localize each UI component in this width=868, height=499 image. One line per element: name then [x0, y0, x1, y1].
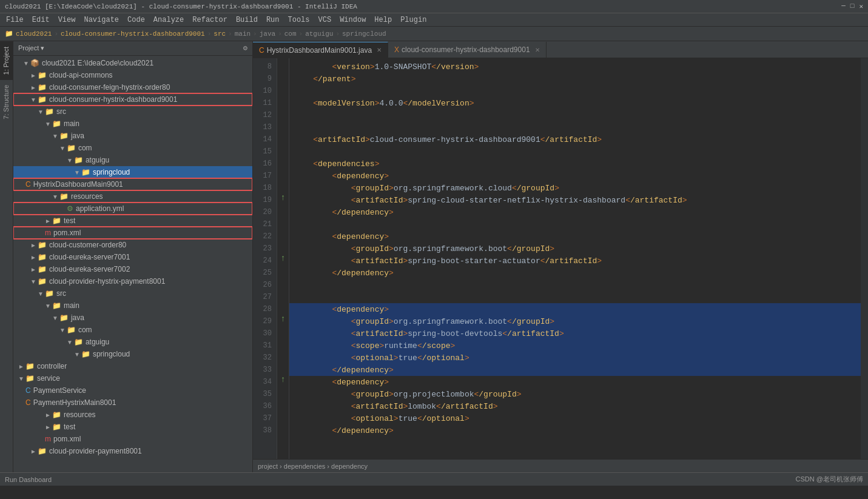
tree-item-main1[interactable]: ▼ 📁 main: [13, 118, 252, 130]
tree-item-pom1[interactable]: m pom.xml: [13, 227, 252, 239]
tree-item-PaymentHystrix[interactable]: C PaymentHystrixMain8001: [13, 397, 252, 409]
tree-item-controller2[interactable]: ► 📁 controller: [13, 360, 252, 372]
tree-item-payment8001[interactable]: ▼ 📁 cloud-provider-hystrix-payment8001: [13, 275, 252, 287]
code-content[interactable]: <version>1.0-SNAPSHOT</version> </parent…: [289, 58, 861, 459]
breadcrumb-item-java[interactable]: java: [260, 30, 275, 38]
tree-item-resources1[interactable]: ▼ 📁 resources: [13, 190, 252, 203]
file-icon: 📁: [74, 338, 83, 346]
line-number: 22: [253, 230, 277, 243]
breadcrumb-item-com[interactable]: com: [284, 30, 297, 38]
breadcrumb-item-atguigu[interactable]: atguigu: [305, 30, 333, 38]
tree-item-label: cloud2021 E:\IdeaCode\cloud2021: [42, 59, 153, 67]
code-editor[interactable]: 8910111213141516171819202122232425262728…: [253, 58, 868, 459]
run-dashboard-button[interactable]: Run Dashboard: [5, 476, 52, 483]
menu-item-help[interactable]: Help: [371, 15, 395, 25]
gutter-cell: [277, 95, 289, 107]
tree-item-label: cloud-provider-payment8001: [49, 447, 142, 455]
breadcrumb-item-cloud-consumer-hystrix-dashboard9001[interactable]: cloud-consumer-hystrix-dashboard9001: [61, 30, 205, 38]
file-icon: 📁: [67, 144, 76, 152]
bottom-bar: Run Dashboard CSDN @老司机张师傅: [0, 472, 868, 486]
menu-item-tools[interactable]: Tools: [284, 15, 314, 25]
settings-icon[interactable]: ⚙: [243, 44, 247, 53]
tree-item-label: pom.xml: [53, 435, 81, 443]
menu-item-refactor[interactable]: Refactor: [189, 15, 231, 25]
tab-close-icon[interactable]: ✕: [377, 47, 382, 53]
tree-item-src1[interactable]: ▼ 📁 src: [13, 105, 252, 118]
breadcrumb-sep: ›: [335, 30, 340, 38]
menu-item-edit[interactable]: Edit: [29, 15, 53, 25]
minimize-icon[interactable]: ─: [841, 2, 846, 10]
tab-1[interactable]: Xcloud-consumer-hystrix-dashboard9001✕: [388, 42, 546, 58]
tree-item-resources2[interactable]: ► 📁 resources: [13, 409, 252, 421]
tree-item-cloud2021[interactable]: ▼ 📦 cloud2021 E:\IdeaCode\cloud2021: [13, 57, 252, 69]
tree-item-main2[interactable]: ▼ 📁 main: [13, 300, 252, 312]
menu-item-code[interactable]: Code: [124, 15, 149, 25]
menu-item-run[interactable]: Run: [263, 15, 283, 25]
watermark-text: CSDN @老司机张师傅: [796, 475, 863, 484]
tree-item-com2[interactable]: ▼ 📁 com: [13, 324, 252, 336]
tab-close-icon[interactable]: ✕: [535, 47, 540, 53]
gutter-cell: [277, 240, 289, 252]
line-number: 36: [253, 400, 277, 412]
menu-item-analyze[interactable]: Analyze: [150, 15, 187, 25]
tree-item-eureka7002[interactable]: ► 📁 cloud-eureka-server7002: [13, 263, 252, 275]
tab-0[interactable]: CHystrixDashboardMain9001.java✕: [253, 42, 388, 58]
close-icon[interactable]: ✕: [859, 2, 863, 10]
vtab-structure[interactable]: 7: Structure: [0, 79, 13, 124]
breadcrumb-item-springcloud[interactable]: springcloud: [342, 30, 386, 38]
breadcrumb-item-main[interactable]: main: [235, 30, 251, 38]
menu-item-vcs[interactable]: VCS: [315, 15, 335, 25]
tab-bar: CHystrixDashboardMain9001.java✕Xcloud-co…: [253, 41, 868, 58]
line-number: 31: [253, 340, 277, 352]
tree-item-label: PaymentService: [33, 386, 86, 395]
tree-item-PaymentService[interactable]: C PaymentService: [13, 384, 252, 397]
tree-item-label: cloud-consumer-feign-hystrix-order80: [49, 83, 170, 92]
gutter-cell: [277, 82, 289, 95]
tree-item-test1[interactable]: ► 📁 test: [13, 215, 252, 227]
tree-item-src2[interactable]: ▼ 📁 src: [13, 287, 252, 300]
tree-item-HystrixMain[interactable]: C HystrixDashboardMain9001: [13, 178, 252, 190]
file-icon: 📁: [38, 253, 47, 261]
file-icon: 📁: [38, 265, 47, 273]
menu-item-window[interactable]: Window: [336, 15, 369, 25]
tree-item-payment8001b[interactable]: ► 📁 cloud-provider-payment8001: [13, 445, 252, 457]
tree-item-feign-hystrix[interactable]: ► 📁 cloud-consumer-feign-hystrix-order80: [13, 81, 252, 93]
editor-area: CHystrixDashboardMain9001.java✕Xcloud-co…: [253, 41, 868, 472]
breadcrumb-sep: ›: [253, 30, 257, 38]
tree-item-springcloud1[interactable]: ▼ 📁 springcloud: [13, 166, 252, 178]
breadcrumb-item-cloud2021[interactable]: cloud2021: [16, 30, 52, 38]
code-line-18: <groupId>org.springframework.cloud</grou…: [289, 182, 861, 194]
tree-item-java2[interactable]: ▼ 📁 java: [13, 312, 252, 324]
tree-item-test2[interactable]: ► 📁 test: [13, 421, 252, 433]
tree-item-pom2[interactable]: m pom.xml: [13, 433, 252, 445]
code-line-16: <dependencies>: [289, 158, 861, 170]
tree-item-label: atguigu: [86, 338, 109, 346]
tree-item-eureka7001[interactable]: ► 📁 cloud-eureka-server7001: [13, 251, 252, 263]
tree-item-label: atguigu: [86, 156, 109, 164]
menu-item-build[interactable]: Build: [232, 15, 261, 25]
breadcrumb-item-src[interactable]: src: [214, 30, 226, 38]
tree-item-atguigu2[interactable]: ▼ 📁 atguigu: [13, 336, 252, 348]
code-line-31: <scope>runtime</scope>: [289, 340, 861, 352]
tree-item-customer80[interactable]: ► 📁 cloud-customer-order80: [13, 239, 252, 251]
code-line-32: <optional>true</optional>: [289, 352, 861, 364]
tree-arrow: ▼: [30, 278, 36, 285]
menu-item-view[interactable]: View: [55, 15, 79, 25]
tree-item-service2[interactable]: ▼ 📁 service: [13, 372, 252, 384]
file-icon: 📁: [45, 107, 54, 116]
menu-item-navigate[interactable]: Navigate: [80, 15, 123, 25]
tree-item-appyml[interactable]: ⚙ application.yml: [13, 203, 252, 215]
right-gutter: [861, 58, 868, 459]
tree-item-com1[interactable]: ▼ 📁 com: [13, 142, 252, 154]
menu-item-file[interactable]: File: [2, 15, 27, 25]
tree-item-springcloud2[interactable]: ▼ 📁 springcloud: [13, 348, 252, 360]
tab-icon: X: [394, 45, 399, 54]
tree-item-atguigu1[interactable]: ▼ 📁 atguigu: [13, 154, 252, 166]
vtab-project[interactable]: 1: Project: [0, 41, 13, 79]
menu-item-plugin[interactable]: Plugin: [397, 15, 430, 25]
tree-item-dashboard9001[interactable]: ▼ 📁 cloud-consumer-hystrix-dashboard9001: [13, 93, 252, 105]
tree-item-label: cloud-api-commons: [49, 71, 113, 79]
maximize-icon[interactable]: □: [850, 2, 855, 10]
tree-item-api-commons[interactable]: ► 📁 cloud-api-commons: [13, 69, 252, 81]
tree-item-java1[interactable]: ▼ 📁 java: [13, 130, 252, 142]
